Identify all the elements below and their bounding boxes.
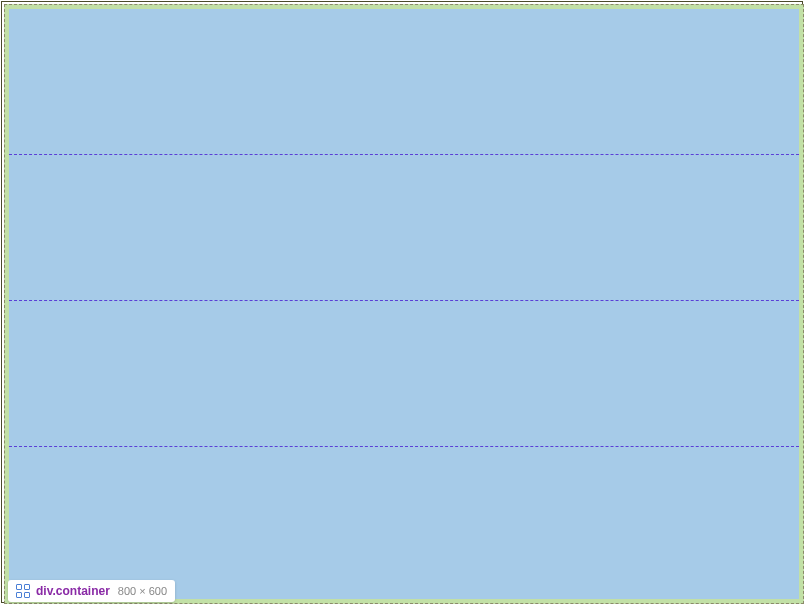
grid-layout-icon — [16, 584, 30, 598]
tag-name: div — [36, 584, 52, 598]
grid-row — [9, 301, 799, 447]
grid-row — [9, 9, 799, 155]
element-dimensions: 800 × 600 — [118, 585, 167, 597]
element-tag: div.container — [36, 584, 110, 598]
viewport-frame — [1, 1, 803, 603]
grid-content — [9, 9, 799, 599]
container-highlight — [4, 4, 804, 604]
class-name: .container — [52, 584, 109, 598]
grid-row — [9, 155, 799, 301]
inspector-tooltip: div.container 800 × 600 — [8, 580, 175, 602]
grid-row — [9, 447, 799, 599]
